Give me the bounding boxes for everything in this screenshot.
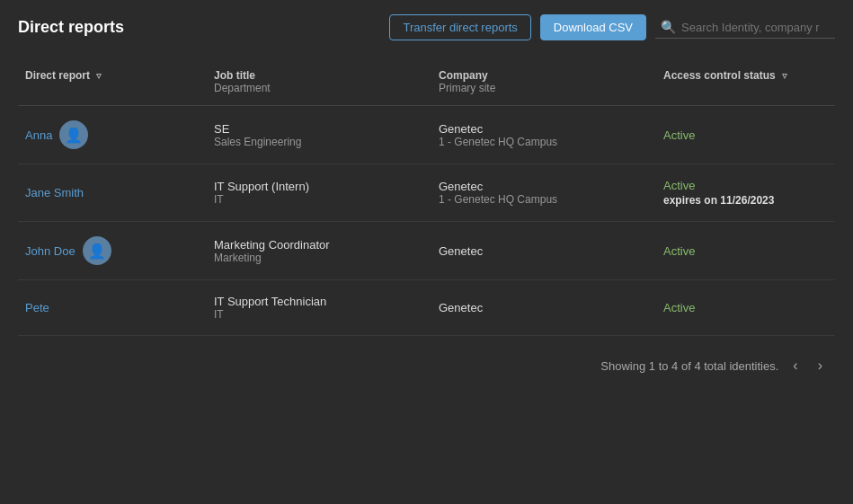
- person-name[interactable]: John Doe: [25, 244, 76, 258]
- avatar: 👤: [59, 120, 88, 149]
- pagination-text: Showing 1 to 4 of 4 total identities.: [600, 359, 778, 373]
- company-name: Genetec: [439, 244, 649, 258]
- primary-site: 1 - Genetec HQ Campus: [439, 136, 649, 148]
- person-name[interactable]: Jane Smith: [25, 186, 84, 199]
- person-cell: Pete: [18, 297, 207, 318]
- company-cell: Genetec1 - Genetec HQ Campus: [431, 176, 656, 209]
- company-cell: Genetec1 - Genetec HQ Campus: [431, 119, 656, 152]
- person-cell: John Doe👤: [18, 233, 207, 269]
- primary-site: 1 - Genetec HQ Campus: [439, 193, 649, 206]
- company-name: Genetec: [439, 301, 649, 314]
- header: Direct reports Transfer direct reports D…: [18, 14, 835, 40]
- pagination-prev-button[interactable]: ‹: [787, 354, 803, 377]
- job-title-cell: IT Support (Intern) IT: [207, 176, 431, 209]
- department: IT: [214, 193, 424, 206]
- job-title-main: IT Support (Intern): [214, 180, 424, 193]
- job-title-cell: Marketing Coordinator Marketing: [207, 234, 431, 268]
- department: Sales Engineering: [214, 136, 424, 148]
- status-cell: Active: [656, 125, 835, 146]
- person-name[interactable]: Pete: [25, 301, 49, 314]
- job-title-cell: SE Sales Engineering: [207, 119, 431, 152]
- company-name: Genetec: [439, 122, 649, 136]
- department: IT: [214, 308, 424, 321]
- department: Marketing: [214, 252, 424, 264]
- filter-direct-report-icon[interactable]: ▿: [96, 70, 102, 82]
- table-body: Anna👤SE Sales EngineeringGenetec1 - Gene…: [18, 106, 835, 336]
- person-name[interactable]: Anna: [25, 128, 52, 142]
- job-title-cell: IT Support Technician IT: [207, 291, 431, 324]
- person-cell: Anna👤: [18, 117, 207, 153]
- company-cell: Genetec: [431, 297, 656, 318]
- status-badge: Active: [663, 179, 828, 192]
- table-container: Direct report ▿ Job title Department Com…: [18, 58, 835, 336]
- status-cell: Activeexpires on 11/26/2023: [656, 175, 835, 210]
- person-cell: Jane Smith: [18, 182, 207, 203]
- company-name: Genetec: [439, 180, 649, 193]
- table-row: Jane SmithIT Support (Intern) ITGenetec1…: [18, 164, 835, 222]
- status-expires: expires on 11/26/2023: [663, 194, 828, 207]
- page-container: Direct reports Transfer direct reports D…: [0, 0, 853, 410]
- job-title-main: IT Support Technician: [214, 295, 424, 308]
- search-container: 🔍: [655, 16, 835, 39]
- job-title-main: Marketing Coordinator: [214, 238, 424, 252]
- transfer-direct-reports-button[interactable]: Transfer direct reports: [389, 14, 530, 40]
- th-direct-report: Direct report ▿: [18, 66, 207, 98]
- avatar-icon: 👤: [88, 243, 106, 260]
- pagination-next-button[interactable]: ›: [813, 354, 828, 377]
- table-header: Direct report ▿ Job title Department Com…: [18, 58, 835, 106]
- search-icon: 🔍: [661, 20, 676, 34]
- avatar: 👤: [83, 236, 111, 265]
- th-access-status: Access control status ▿: [656, 66, 835, 98]
- avatar-icon: 👤: [65, 127, 83, 144]
- filter-access-status-icon[interactable]: ▿: [782, 70, 787, 82]
- table-row: PeteIT Support Technician ITGenetecActiv…: [18, 280, 835, 336]
- company-cell: Genetec: [431, 241, 656, 261]
- status-cell: Active: [656, 297, 835, 318]
- header-actions: Transfer direct reports Download CSV 🔍: [389, 14, 835, 40]
- search-input[interactable]: [681, 21, 825, 34]
- job-title-main: SE: [214, 122, 424, 136]
- table-row: John Doe👤Marketing Coordinator Marketing…: [18, 222, 835, 280]
- th-company: Company Primary site: [431, 66, 656, 98]
- status-cell: Active: [656, 241, 835, 261]
- status-badge: Active: [663, 301, 828, 314]
- status-badge: Active: [663, 244, 828, 258]
- pagination: Showing 1 to 4 of 4 total identities. ‹ …: [18, 336, 835, 395]
- status-badge: Active: [663, 128, 828, 142]
- download-csv-button[interactable]: Download CSV: [540, 14, 646, 40]
- table-row: Anna👤SE Sales EngineeringGenetec1 - Gene…: [18, 106, 835, 164]
- page-title: Direct reports: [18, 18, 124, 37]
- th-job-title: Job title Department: [207, 66, 431, 98]
